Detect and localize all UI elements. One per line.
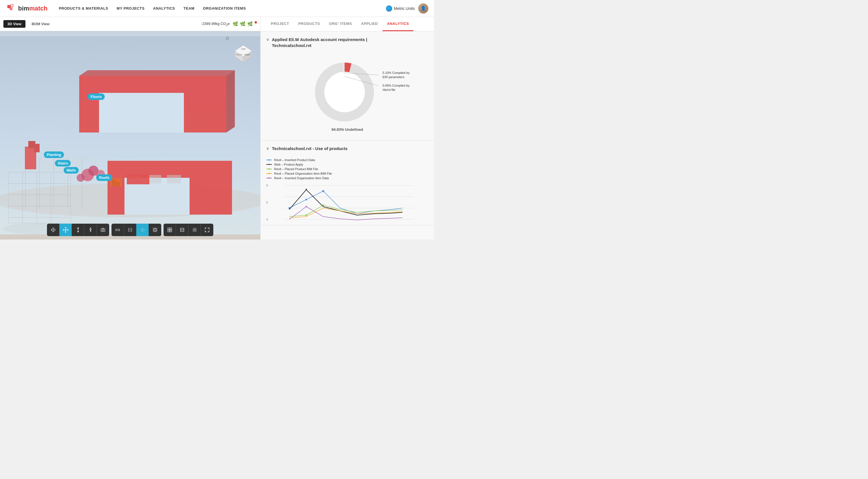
left-panel: 3D View BOM View -2389.99kg CO2e 🌿 🌿 🌿 [0, 17, 260, 239]
svg-point-95 [322, 204, 324, 206]
tool-section-box[interactable] [124, 223, 136, 236]
svg-rect-40 [117, 182, 120, 186]
label-planting[interactable]: Planting [44, 151, 64, 158]
legend-item-4: Revit – Placed Organization Item BIM Fil… [266, 172, 428, 175]
nav-team[interactable]: TEAM [184, 6, 195, 10]
svg-marker-9 [226, 70, 235, 132]
main-layout: 3D View BOM View -2389.99kg CO2e 🌿 🌿 🌿 [0, 17, 434, 239]
bimatch-logo-icon [6, 3, 16, 13]
label-walls[interactable]: Walls [64, 167, 79, 174]
svg-point-60 [142, 229, 144, 231]
label-roofs[interactable]: Roofs [96, 174, 112, 181]
btn-3d-view[interactable]: 3D View [3, 20, 26, 28]
svg-rect-3 [11, 4, 13, 7]
tool-fullscreen[interactable] [201, 223, 213, 236]
btn-bom-view[interactable]: BOM View [28, 20, 54, 28]
tool-isolate[interactable] [149, 223, 161, 236]
svg-rect-70 [170, 230, 172, 232]
label-stairs[interactable]: Stairs [55, 160, 71, 167]
building-scene [0, 31, 260, 239]
svg-marker-93 [306, 189, 307, 190]
avatar-initials: 👤 [418, 3, 428, 13]
co2-dot-indicator [255, 21, 257, 24]
home-icon[interactable]: ⌂ [226, 34, 229, 41]
analytics-content[interactable]: ∨ Applied Eli.W Autodesk account require… [260, 31, 434, 239]
tab-applied[interactable]: APPLIED [356, 17, 382, 31]
section-1-title: Applied Eli.W Autodesk account requireme… [272, 36, 367, 49]
user-avatar[interactable]: 👤 [418, 3, 428, 13]
globe-icon: 🌐 [386, 5, 392, 11]
leaf-icon-1: 🌿 [232, 21, 238, 27]
y-label-6: 6 [266, 201, 268, 204]
metric-units-selector[interactable]: 🌐 Metric Units [386, 5, 415, 11]
svg-point-73 [194, 229, 195, 231]
svg-point-94 [306, 214, 307, 216]
tab-products[interactable]: PRODUCTS [294, 17, 324, 31]
nav-org-items[interactable]: ORGANIZATION ITEMS [203, 6, 246, 10]
nav-cube[interactable]: TOP RIGHT FRONT [232, 42, 255, 65]
tool-explode[interactable] [136, 223, 149, 236]
nav-analytics[interactable]: ANALYTICS [153, 6, 175, 10]
pie-label-eir: 5.10% Compiled by EIR parameters [382, 71, 409, 80]
section-use-of-products: ∨ Technicalschool.rvt - Use of products … [260, 141, 434, 226]
svg-point-92 [322, 190, 324, 192]
bottom-toolbar [0, 220, 260, 239]
svg-rect-41 [127, 174, 149, 184]
svg-rect-39 [115, 181, 117, 186]
pie-chart-svg [305, 55, 384, 129]
header-right: 🌐 Metric Units 👤 [386, 3, 428, 13]
right-panel: PROJECT PRODUCTS ORG' ITEMS APPLIED ANAL… [260, 17, 434, 239]
tab-project[interactable]: PROJECT [266, 17, 294, 31]
tool-section[interactable] [176, 223, 188, 236]
metric-units-label: Metric Units [394, 6, 415, 11]
tool-orbit[interactable] [47, 223, 59, 236]
line-chart-svg [269, 183, 428, 222]
svg-rect-67 [168, 228, 169, 230]
logo-area[interactable]: bimmatch [6, 3, 48, 13]
tool-pan[interactable] [59, 223, 72, 236]
tool-camera[interactable] [97, 223, 109, 236]
tab-analytics[interactable]: ANALYTICS [382, 17, 414, 31]
svg-point-75 [324, 72, 365, 112]
section-2-title: Technicalschool.rvt - Use of products [272, 146, 347, 151]
svg-text:TOP: TOP [241, 48, 246, 50]
legend-item-5: Revit – Inserted Organization Item Data [266, 176, 428, 180]
tool-settings[interactable] [188, 223, 201, 236]
chevron-2: ∨ [266, 146, 269, 151]
svg-point-79 [269, 159, 270, 161]
svg-rect-14 [167, 175, 181, 183]
pie-chart-area: 5.10% Compiled by EIR parameters 0.06% C… [260, 52, 434, 140]
pie-undefined-label: 94.83% Undefined [332, 127, 363, 132]
chevron-1: ∨ [266, 37, 269, 41]
svg-rect-7 [99, 93, 184, 132]
section-2-header[interactable]: ∨ Technicalschool.rvt - Use of products [260, 141, 434, 155]
y-label-4: 4 [266, 218, 268, 221]
nav-my-projects[interactable]: MY PROJECTS [117, 6, 144, 10]
leaf-icon-2: 🌿 [240, 21, 246, 27]
svg-point-84 [269, 173, 270, 174]
legend-item-2: Web – Product Apply [266, 163, 428, 166]
tool-group-view [163, 223, 213, 236]
svg-rect-38 [112, 179, 114, 186]
section-applied-requirements: ∨ Applied Eli.W Autodesk account require… [260, 31, 434, 141]
tool-grid[interactable] [163, 223, 176, 236]
label-floors[interactable]: Floors [88, 93, 105, 100]
tab-bar: PROJECT PRODUCTS ORG' ITEMS APPLIED ANAL… [260, 17, 434, 31]
svg-point-91 [306, 199, 307, 201]
tool-move-z[interactable] [72, 223, 84, 236]
viewport-3d[interactable]: Floors Planting Stairs Walls Roofs TOP R… [0, 31, 260, 239]
chart-legend: Revit – Inserted Product Data Web – Prod… [266, 158, 428, 180]
svg-rect-69 [168, 230, 169, 232]
tool-measure[interactable] [112, 223, 124, 236]
svg-marker-8 [79, 70, 235, 76]
svg-text:FRONT: FRONT [236, 54, 243, 56]
tab-org-items[interactable]: ORG' ITEMS [324, 17, 356, 31]
view-toolbar: 3D View BOM View -2389.99kg CO2e 🌿 🌿 🌿 [0, 17, 260, 31]
co2-icons: 🌿 🌿 🌿 [232, 21, 257, 27]
tool-walk[interactable] [84, 223, 97, 236]
header: bimmatch PRODUCTS & MATERIALS MY PROJECT… [0, 0, 434, 17]
section-1-header[interactable]: ∨ Applied Eli.W Autodesk account require… [260, 31, 434, 52]
nav-products[interactable]: PRODUCTS & MATERIALS [59, 6, 108, 10]
svg-rect-53 [116, 229, 120, 231]
y-label-8: 8 [266, 184, 268, 187]
